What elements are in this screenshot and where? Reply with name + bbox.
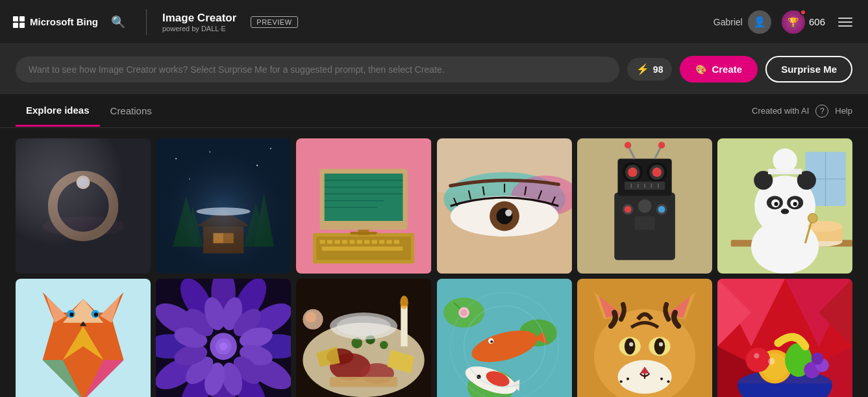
bing-logo[interactable]: Microsoft Bing: [13, 16, 98, 28]
svg-point-105: [781, 209, 789, 214]
preview-badge: PREVIEW: [251, 16, 297, 28]
header-divider: [146, 9, 147, 35]
svg-rect-42: [387, 240, 392, 244]
hamburger-line-3: [838, 25, 852, 27]
create-button[interactable]: 🎨 Create: [680, 56, 758, 83]
svg-point-203: [659, 342, 663, 346]
tab-explore-ideas-label: Explore ideas: [26, 105, 90, 116]
gallery-item-computer[interactable]: [296, 138, 431, 274]
svg-point-153: [219, 342, 227, 350]
svg-rect-34: [327, 240, 332, 244]
svg-rect-35: [335, 240, 340, 244]
user-name: Gabriel: [713, 17, 743, 27]
hamburger-menu-button[interactable]: [836, 15, 855, 29]
brand-title: Image Creator: [162, 12, 236, 25]
header-left: Microsoft Bing 🔍 Image Creator powered b…: [13, 9, 298, 35]
boost-count: 98: [653, 64, 663, 75]
svg-point-82: [625, 206, 631, 212]
tab-creations-label: Creations: [110, 105, 152, 116]
svg-rect-84: [634, 216, 654, 230]
gallery-item-tiger[interactable]: [577, 279, 712, 397]
svg-rect-41: [379, 240, 384, 244]
gallery-item-fox[interactable]: [16, 279, 151, 397]
hamburger-line-2: [838, 21, 852, 23]
bing-logo-text: Microsoft Bing: [30, 16, 98, 27]
svg-rect-164: [330, 377, 397, 387]
svg-point-209: [667, 380, 669, 383]
svg-point-221: [746, 348, 770, 372]
tab-creations[interactable]: Creations: [100, 96, 162, 127]
svg-point-200: [625, 339, 636, 355]
svg-rect-37: [350, 240, 355, 244]
gallery-item-food[interactable]: [296, 279, 431, 397]
svg-rect-40: [372, 240, 377, 244]
svg-rect-39: [364, 240, 369, 244]
gallery-grid: [16, 138, 852, 397]
tabs-right: Created with AI ? Help: [752, 105, 852, 118]
header-right: Gabriel 👤 🏆 606: [713, 10, 855, 34]
svg-rect-43: [394, 240, 399, 244]
svg-point-72: [625, 142, 631, 148]
coins-count: 606: [809, 16, 825, 27]
create-label: Create: [712, 64, 742, 75]
svg-point-206: [626, 378, 629, 380]
gallery-item-robot[interactable]: [577, 138, 712, 274]
svg-point-103: [774, 202, 778, 206]
gallery-item-panda[interactable]: [717, 138, 852, 274]
create-icon: 🎨: [695, 64, 706, 75]
search-icon-button[interactable]: 🔍: [106, 12, 130, 32]
svg-point-67: [628, 168, 638, 177]
svg-point-184: [490, 340, 493, 343]
brand-subtitle: powered by DALL·E: [162, 25, 236, 32]
svg-point-54: [505, 209, 512, 216]
svg-rect-107: [773, 149, 797, 172]
svg-point-86: [658, 206, 665, 212]
svg-rect-44: [322, 247, 403, 251]
svg-rect-22: [156, 138, 291, 274]
hamburger-line-1: [838, 18, 852, 19]
svg-point-166: [401, 296, 408, 309]
svg-rect-33: [320, 240, 325, 244]
svg-rect-5: [16, 138, 151, 274]
created-with-ai-label: Created with AI: [752, 106, 809, 116]
lightning-icon: ⚡: [636, 63, 649, 75]
svg-point-104: [793, 202, 797, 206]
svg-point-225: [768, 358, 775, 365]
gallery-item-eye[interactable]: [437, 138, 572, 274]
gallery-item-ring[interactable]: [16, 138, 151, 274]
svg-point-226: [754, 353, 759, 359]
search-section: ⚡ 98 🎨 Create Surprise Me: [0, 44, 868, 94]
prompt-input[interactable]: [29, 64, 606, 75]
svg-rect-165: [401, 306, 408, 346]
help-icon[interactable]: ?: [815, 105, 828, 118]
coins-block[interactable]: 🏆 606: [782, 10, 825, 34]
avatar: 👤: [748, 10, 771, 34]
gallery-item-cabin[interactable]: [156, 138, 291, 274]
svg-rect-38: [357, 240, 362, 244]
svg-point-163: [380, 341, 388, 349]
gallery-item-fruit[interactable]: [717, 279, 852, 397]
svg-point-202: [629, 342, 633, 346]
search-input-wrapper: [16, 57, 619, 83]
svg-point-121: [94, 313, 98, 316]
svg-point-70: [652, 168, 662, 177]
gallery-item-koi[interactable]: [437, 279, 572, 397]
svg-point-201: [654, 339, 665, 355]
bing-grid-icon: [13, 16, 25, 28]
surprise-me-button[interactable]: Surprise Me: [765, 56, 852, 83]
gallery-item-flower[interactable]: [156, 279, 291, 397]
tabs-section: Explore ideas Creations Created with AI …: [0, 94, 868, 128]
help-label[interactable]: Help: [835, 106, 852, 116]
gallery: [0, 128, 868, 397]
tab-explore-ideas[interactable]: Explore ideas: [16, 96, 100, 127]
svg-point-224: [812, 353, 824, 365]
boost-badge: ⚡ 98: [627, 58, 673, 81]
svg-point-74: [658, 142, 665, 148]
svg-point-168: [306, 312, 317, 323]
svg-point-83: [638, 199, 651, 213]
svg-rect-36: [342, 240, 347, 244]
svg-point-207: [619, 380, 622, 383]
coins-notification-dot: [800, 9, 806, 16]
coins-icon: 🏆: [782, 10, 805, 34]
user-block[interactable]: Gabriel 👤: [713, 10, 771, 34]
